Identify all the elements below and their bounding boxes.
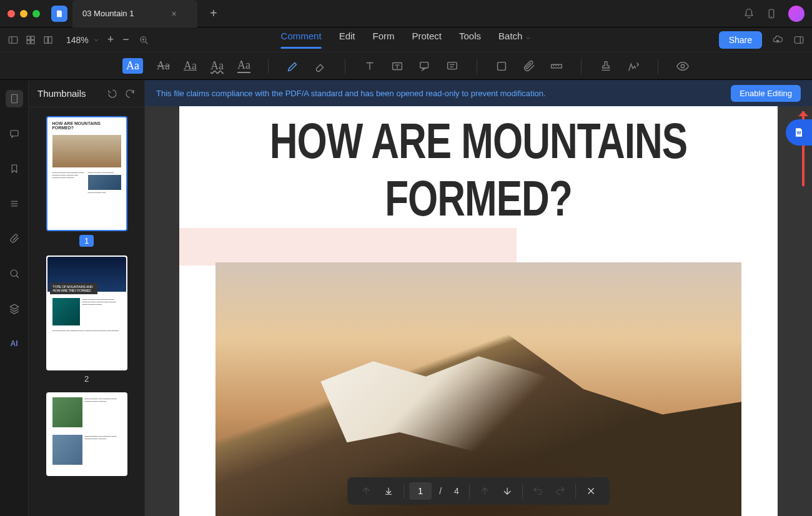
svg-rect-11 <box>795 36 803 43</box>
thumbnail-page-3[interactable]: ▬▬▬ ▬▬▬▬ ▬▬ ▬▬▬▬ ▬▬▬ ▬▬▬▬ ▬▬▬ ▬▬▬▬ ▬▬▬ ▬… <box>46 392 127 476</box>
prev-page-button[interactable] <box>475 481 495 501</box>
share-button[interactable]: Share <box>719 31 762 49</box>
user-avatar[interactable] <box>788 6 805 22</box>
thumbnails-tab-icon[interactable] <box>6 90 23 107</box>
svg-point-29 <box>11 270 17 277</box>
thumbnails-title: Thumbnails <box>37 88 101 99</box>
svg-rect-5 <box>31 36 34 39</box>
page-number-input[interactable] <box>409 482 432 500</box>
rotate-right-icon[interactable] <box>124 88 136 99</box>
signature-icon[interactable] <box>626 59 640 73</box>
menu-form[interactable]: Form <box>372 31 394 49</box>
next-page-button[interactable] <box>497 481 517 501</box>
underline-tool[interactable]: Aa <box>184 59 197 72</box>
grid-view-icon[interactable] <box>25 34 36 46</box>
svg-rect-8 <box>44 36 47 43</box>
document-viewer: This file claims compliance with the PDF… <box>145 80 812 516</box>
svg-rect-4 <box>27 36 30 39</box>
highlight-tool[interactable]: Aa <box>122 58 143 74</box>
rotate-left-icon[interactable] <box>107 88 118 99</box>
eraser-icon[interactable] <box>314 59 327 73</box>
search-tab-icon[interactable] <box>6 265 23 282</box>
svg-rect-15 <box>448 62 457 69</box>
comment-toolbar: Aa Aa Aa Aa Aa <box>0 52 812 80</box>
download-button[interactable] <box>379 481 399 501</box>
zoom-dropdown[interactable]: 148% <box>66 35 100 45</box>
first-page-button[interactable] <box>356 481 376 501</box>
close-tab-icon[interactable]: × <box>171 9 176 19</box>
pdfa-notice: This file claims compliance with the PDF… <box>145 80 812 106</box>
cloud-upload-icon[interactable] <box>772 34 783 46</box>
svg-line-30 <box>16 275 19 278</box>
menu-protect[interactable]: Protect <box>412 31 442 49</box>
comments-tab-icon[interactable] <box>6 125 23 142</box>
zoom-out-button[interactable]: − <box>122 33 129 46</box>
close-window-icon[interactable] <box>7 10 15 17</box>
redo-button[interactable] <box>550 481 570 501</box>
svg-point-23 <box>681 64 685 68</box>
panel-right-icon[interactable] <box>793 34 805 46</box>
svg-rect-19 <box>552 64 562 68</box>
page-navigation: / 4 <box>347 477 610 505</box>
zoom-in-button[interactable]: + <box>107 33 114 46</box>
thumb-title: HOW ARE MOUNTAINS FORMED? <box>47 117 126 134</box>
shape-icon[interactable] <box>495 59 508 73</box>
page-sep: / <box>434 486 447 496</box>
note-icon[interactable] <box>445 59 459 73</box>
list-tab-icon[interactable] <box>6 195 23 212</box>
ruler-icon[interactable] <box>550 59 563 73</box>
thumbnail-page-1[interactable]: HOW ARE MOUNTAINS FORMED? ▬▬▬ ▬▬▬▬ ▬▬ ▬▬… <box>46 116 127 231</box>
eye-icon[interactable] <box>676 59 690 73</box>
svg-rect-7 <box>31 40 34 43</box>
attachments-tab-icon[interactable] <box>6 230 23 247</box>
columns-view-icon[interactable] <box>42 34 54 46</box>
text-tool-icon[interactable] <box>363 59 377 73</box>
thumb-number: 2 <box>84 374 89 384</box>
menu-edit[interactable]: Edit <box>339 31 355 49</box>
highlighter-icon[interactable] <box>286 59 300 73</box>
page-total: 4 <box>449 486 464 496</box>
layers-tab-icon[interactable] <box>6 300 23 317</box>
text-box-icon[interactable] <box>390 59 404 73</box>
thumbnail-page-2[interactable]: TYPE OF MOUNTAINS AND HOW ARE THEY FORME… <box>46 256 127 370</box>
divider <box>268 59 269 74</box>
fit-page-icon[interactable] <box>138 34 149 46</box>
svg-text:W: W <box>796 130 801 136</box>
document-page[interactable]: HOW ARE MOUNTAINS FORMED? <box>179 106 778 516</box>
app-logo-icon <box>51 6 67 22</box>
thumb-number: 1 <box>79 235 94 247</box>
minimize-window-icon[interactable] <box>20 10 27 17</box>
divider <box>581 59 582 74</box>
decorative-block <box>179 228 517 265</box>
ai-tab-icon[interactable]: AI <box>6 335 23 352</box>
squiggly-tool[interactable]: Aa <box>210 59 224 72</box>
caret-tool[interactable]: Aa <box>237 59 250 73</box>
bookmarks-tab-icon[interactable] <box>6 160 23 177</box>
stamp-icon[interactable] <box>599 59 613 73</box>
undo-button[interactable] <box>528 481 548 501</box>
mobile-icon[interactable] <box>766 8 777 19</box>
callout-icon[interactable] <box>418 59 432 73</box>
svg-rect-6 <box>27 40 30 43</box>
maximize-window-icon[interactable] <box>32 10 40 17</box>
divider <box>345 59 345 74</box>
enable-editing-button[interactable]: Enable Editing <box>731 85 801 102</box>
export-word-button[interactable]: W <box>786 119 812 146</box>
panel-left-icon[interactable] <box>7 34 19 46</box>
document-tab[interactable]: 03 Mountain 1 × <box>72 0 197 27</box>
bell-icon[interactable] <box>743 8 755 19</box>
page-heading: HOW ARE MOUNTAINS FORMED? <box>179 112 778 227</box>
svg-rect-14 <box>420 62 428 67</box>
svg-rect-25 <box>11 131 18 136</box>
menu-comment[interactable]: Comment <box>281 31 322 49</box>
strikethrough-tool[interactable]: Aa <box>157 59 170 72</box>
menu-tools[interactable]: Tools <box>459 31 481 49</box>
new-tab-button[interactable]: + <box>210 6 217 21</box>
svg-rect-9 <box>49 36 52 43</box>
attachment-icon[interactable] <box>522 59 536 73</box>
main-menu: Comment Edit Form Protect Tools Batch <box>281 31 532 49</box>
main-toolbar: 148% + − Comment Edit Form Protect Tools… <box>0 27 812 52</box>
menu-batch[interactable]: Batch <box>498 31 531 49</box>
svg-rect-2 <box>9 36 17 43</box>
close-nav-button[interactable] <box>581 481 601 501</box>
